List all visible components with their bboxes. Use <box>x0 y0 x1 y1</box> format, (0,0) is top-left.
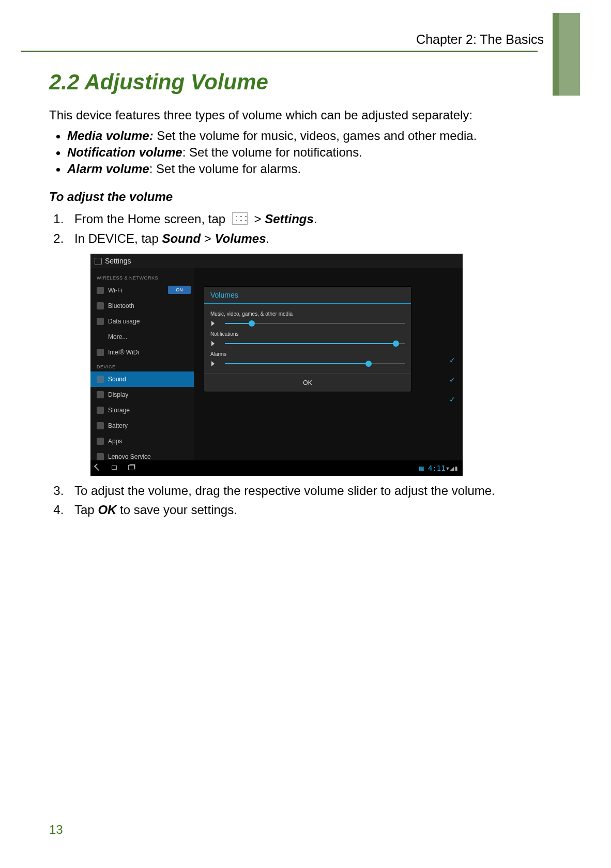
step-2: In DEVICE, tap Sound > Volumes. <box>67 230 545 247</box>
list-item: Notification volume: Set the volume for … <box>67 145 545 160</box>
notification-icon <box>210 340 219 347</box>
steps-list-continued: To adjust the volume, drag the respectiv… <box>49 482 545 519</box>
subheading: To adjust the volume <box>49 190 545 204</box>
check-icon: ✓ <box>449 376 455 384</box>
apps-icon <box>97 438 104 445</box>
check-icon: ✓ <box>449 356 455 364</box>
sidebar-item-storage[interactable]: Storage <box>90 402 194 418</box>
step-text: > <box>201 231 215 245</box>
step-strong: Sound <box>162 231 201 245</box>
bluetooth-icon <box>97 302 104 309</box>
step-text: In DEVICE, tap <box>74 231 162 245</box>
sidebar-item-label: More... <box>108 333 127 340</box>
check-icon: ✓ <box>449 395 455 404</box>
wifi-icon <box>97 287 104 294</box>
section-title: 2.2 Adjusting Volume <box>49 70 545 95</box>
side-tab-edge <box>553 13 559 96</box>
sidebar-item-display[interactable]: Display <box>90 387 194 402</box>
display-icon <box>97 391 104 398</box>
back-icon[interactable] <box>95 464 103 470</box>
header-rule <box>21 51 538 52</box>
alarm-icon <box>210 360 219 367</box>
sidebar-item-label: Display <box>108 391 128 398</box>
side-tab <box>559 13 580 96</box>
volumes-dialog: Volumes Music, video, games, & other med… <box>204 287 411 392</box>
bullet-term: Notification volume <box>67 145 182 159</box>
step-strong: Volumes <box>215 231 266 245</box>
sidebar-item-more[interactable]: More... <box>90 329 194 345</box>
embedded-screenshot: Settings WIRELESS & NETWORKS Wi-Fi ON Bl… <box>90 254 463 476</box>
page-number: 13 <box>49 823 63 837</box>
service-icon <box>97 453 104 460</box>
step-4: Tap OK to save your settings. <box>67 501 545 519</box>
steps-list: From the Home screen, tap > Settings. In… <box>49 210 545 247</box>
home-icon[interactable] <box>111 464 119 470</box>
sidebar-item-wifi[interactable]: Wi-Fi ON <box>90 283 194 298</box>
step-strong: Settings <box>265 212 314 226</box>
dialog-title: Volumes <box>204 287 411 304</box>
alarms-label: Alarms <box>210 351 405 357</box>
bullet-desc: : Set the volume for notifications. <box>182 145 362 159</box>
sidebar-item-bluetooth[interactable]: Bluetooth <box>90 298 194 314</box>
sidebar-item-label: Apps <box>108 438 122 445</box>
shot-titlebar: Settings <box>90 254 463 268</box>
bullet-term: Alarm volume <box>67 162 149 176</box>
status-time: ▧ 4:11▾◢▮ <box>419 464 459 472</box>
sidebar-item-sound[interactable]: Sound <box>90 371 194 387</box>
notifications-label: Notifications <box>210 331 405 337</box>
alarms-slider[interactable] <box>210 360 405 367</box>
step-text: . <box>266 231 270 245</box>
list-item: Media volume: Set the volume for music, … <box>67 129 545 143</box>
speaker-icon <box>210 320 219 327</box>
sidebar-item-label: Lenovo Service <box>108 453 151 460</box>
bullet-list: Media volume: Set the volume for music, … <box>49 129 545 176</box>
intro-text: This device features three types of volu… <box>49 107 545 123</box>
media-slider[interactable] <box>210 320 405 327</box>
bullet-desc: Set the volume for music, videos, games … <box>154 129 477 143</box>
sidebar-item-label: Intel® WiDi <box>108 349 139 356</box>
sidebar-item-data-usage[interactable]: Data usage <box>90 314 194 329</box>
bullet-desc: : Set the volume for alarms. <box>149 162 301 176</box>
list-item: Alarm volume: Set the volume for alarms. <box>67 162 545 176</box>
bullet-term: Media volume: <box>67 129 154 143</box>
data-usage-icon <box>97 318 104 325</box>
step-text: . <box>314 212 317 226</box>
storage-icon <box>97 407 104 414</box>
media-label: Music, video, games, & other media <box>210 311 405 317</box>
battery-icon <box>97 422 104 429</box>
sidebar-item-label: Battery <box>108 422 128 429</box>
wifi-toggle[interactable]: ON <box>168 286 191 294</box>
notifications-slider[interactable] <box>210 340 405 347</box>
step-text: Tap <box>74 503 98 517</box>
sound-icon <box>97 376 104 383</box>
apps-grid-icon <box>232 212 248 225</box>
step-text: > <box>254 212 265 226</box>
shot-sidebar: WIRELESS & NETWORKS Wi-Fi ON Bluetooth D… <box>90 268 194 460</box>
sidebar-item-label: Wi-Fi <box>108 287 123 294</box>
step-text: To adjust the volume, drag the respectiv… <box>74 484 495 498</box>
check-column: ✓ ✓ ✓ <box>449 356 455 404</box>
step-text: to save your settings. <box>116 503 237 517</box>
sidebar-item-widi[interactable]: Intel® WiDi <box>90 345 194 360</box>
sidebar-item-label: Data usage <box>108 318 140 325</box>
shot-main: Volumes Music, video, games, & other med… <box>194 268 463 460</box>
chapter-header: Chapter 2: The Basics <box>416 32 544 47</box>
recent-icon[interactable] <box>127 464 135 470</box>
sidebar-section-wireless: WIRELESS & NETWORKS <box>90 271 194 283</box>
ok-button[interactable]: OK <box>204 374 411 392</box>
sidebar-item-battery[interactable]: Battery <box>90 418 194 433</box>
step-3: To adjust the volume, drag the respectiv… <box>67 482 545 500</box>
sidebar-item-label: Sound <box>108 376 126 383</box>
step-strong: OK <box>98 503 116 517</box>
sidebar-item-label: Bluetooth <box>108 302 134 309</box>
sidebar-item-apps[interactable]: Apps <box>90 433 194 449</box>
step-text: From the Home screen, tap <box>74 212 229 226</box>
sidebar-item-label: Storage <box>108 407 130 414</box>
sidebar-section-device: DEVICE <box>90 360 194 371</box>
widi-icon <box>97 349 104 356</box>
step-1: From the Home screen, tap > Settings. <box>67 210 545 228</box>
shot-navbar: ▧ 4:11▾◢▮ <box>90 460 463 476</box>
